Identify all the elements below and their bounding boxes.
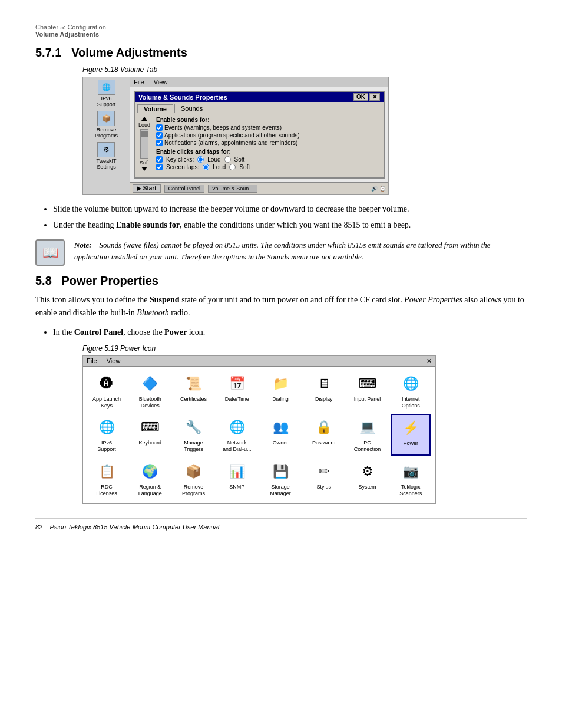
checkbox-notif-input[interactable] [156, 140, 163, 146]
power-item-bluetooth-devices[interactable]: 🔷Bluetooth Devices [130, 370, 170, 412]
menu-file[interactable]: File [134, 78, 144, 85]
vol-options: Enable sounds for: Events (warnings, bee… [156, 117, 300, 172]
vol-dialog: Volume & Sounds Properties OK ✕ Volume S… [134, 91, 385, 179]
label-password: Password [312, 440, 336, 446]
vol-label-soft: Soft [140, 160, 149, 166]
power-item-input-panel[interactable]: ⌨Input Panel [348, 370, 388, 412]
power-item-date-time[interactable]: 📅Date/Time [217, 370, 257, 412]
chapter-line2: Volume Adjustments [35, 31, 527, 38]
power-item-system[interactable]: ⚙System [348, 458, 388, 500]
key-soft-radio[interactable] [224, 156, 231, 163]
label-power: Power [403, 440, 418, 447]
screen-taps-checkbox[interactable] [156, 164, 163, 170]
sidebar-item-tweakit[interactable]: ⚙ TweakITSettings [96, 142, 116, 170]
screen-taps-label: Screen taps: [166, 164, 199, 170]
key-loud-radio[interactable] [197, 156, 204, 163]
vol-taskbar: ▶ Start Control Panel Volume & Soun... 🔊… [130, 182, 388, 194]
power-menubar: File View ✕ [83, 356, 435, 367]
power-item-rdc-licenses[interactable]: 📋RDC Licenses [87, 458, 127, 500]
power-item-teklogix-scanners[interactable]: 📷Teklogix Scanners [391, 458, 431, 500]
power-item-internet-options[interactable]: 🌐Internet Options [391, 370, 431, 412]
power-item-region-language[interactable]: 🌍Region & Language [130, 458, 170, 500]
vol-slider[interactable]: Loud Soft [138, 117, 150, 171]
footer-text: Psion Teklogix 8515 Vehicle-Mount Comput… [49, 523, 219, 531]
page-footer: 82 Psion Teklogix 8515 Vehicle-Mount Com… [35, 518, 527, 531]
power-item-app-launch-keys[interactable]: 🅐App Launch Keys [87, 370, 127, 412]
power-item-stylus[interactable]: ✏Stylus [304, 458, 344, 500]
key-clicks-checkbox[interactable] [156, 156, 163, 163]
power-item-pc-connection[interactable]: 💻PC Connection [348, 414, 388, 456]
figure-519-screenshot: File View ✕ 🅐App Launch Keys🔷Bluetooth D… [82, 355, 436, 504]
icon-pc-connection: 💻 [357, 417, 378, 438]
checkbox-events-input[interactable] [156, 124, 163, 131]
taskbar-control-panel[interactable]: Control Panel [164, 185, 205, 193]
power-item-certificates[interactable]: 📜Certificates [174, 370, 214, 412]
icon-system: ⚙ [357, 461, 378, 482]
tap-soft-radio[interactable] [229, 164, 236, 170]
power-item-dialing[interactable]: 📁Dialing [260, 370, 300, 412]
menu-file[interactable]: File [87, 357, 97, 364]
enable-sounds-label: Enable sounds for: [156, 117, 300, 123]
key-clicks-label: Key clicks: [166, 156, 194, 163]
tab-sounds[interactable]: Sounds [174, 104, 209, 113]
power-item-ipv6-support[interactable]: 🌐IPv6 Support [87, 414, 127, 456]
vol-label-loud: Loud [138, 122, 150, 128]
key-soft-label: Soft [234, 156, 245, 163]
vol-slider-up[interactable] [141, 117, 147, 121]
icon-power: ⚡ [400, 417, 421, 439]
power-item-owner[interactable]: 👥Owner [260, 414, 300, 456]
power-item-storage-manager[interactable]: 💾Storage Manager [260, 458, 300, 500]
menu-view[interactable]: View [107, 357, 121, 364]
power-close-button[interactable]: ✕ [427, 357, 432, 365]
checkbox-apps[interactable]: Applications (program specific and all o… [156, 132, 300, 139]
start-button[interactable]: ▶ Start [133, 184, 161, 193]
vol-close-button[interactable]: ✕ [369, 93, 380, 101]
taskbar-volume[interactable]: Volume & Soun... [208, 185, 257, 193]
icon-bluetooth-devices: 🔷 [140, 373, 161, 394]
icon-date-time: 📅 [226, 373, 247, 394]
label-rdc-licenses: RDC Licenses [96, 484, 117, 497]
label-region-language: Region & Language [138, 484, 162, 497]
power-item-password[interactable]: 🔒Password [304, 414, 344, 456]
tap-loud-radio[interactable] [203, 164, 209, 170]
icon-password: 🔒 [313, 417, 335, 438]
label-bluetooth-devices: Bluetooth Devices [139, 396, 161, 409]
sidebar-item-ipv6[interactable]: 🌐 IPv6Support [97, 80, 116, 107]
power-item-keyboard[interactable]: ⌨Keyboard [130, 414, 170, 456]
icon-owner: 👥 [270, 417, 291, 438]
power-item-snmp[interactable]: 📊SNMP [217, 458, 257, 500]
label-display: Display [315, 396, 333, 403]
power-item-network-and-dial-u-[interactable]: 🌐Network and Dial-u... [217, 414, 257, 456]
icon-network-and-dial-u-: 🌐 [226, 417, 247, 438]
checkbox-events[interactable]: Events (warnings, beeps and system event… [156, 124, 300, 131]
power-item-display[interactable]: 🖥Display [304, 370, 344, 412]
power-item-power[interactable]: ⚡Power [391, 414, 431, 456]
tab-volume[interactable]: Volume [137, 104, 173, 113]
sidebar-item-remove[interactable]: 📦 RemovePrograms [95, 111, 118, 139]
icon-remove-programs: 📦 [183, 461, 204, 482]
icon-internet-options: 🌐 [400, 373, 421, 394]
key-loud-label: Loud [207, 156, 220, 163]
tweakit-icon: ⚙ [97, 142, 115, 157]
label-ipv6-support: IPv6 Support [97, 440, 116, 453]
vol-main-area: File View Volume & Sounds Properties OK … [130, 77, 388, 194]
vol-slider-down[interactable] [141, 167, 147, 171]
power-item-remove-programs[interactable]: 📦Remove Programs [174, 458, 214, 500]
checkbox-apps-input[interactable] [156, 132, 163, 139]
menu-view[interactable]: View [154, 78, 168, 85]
vol-dialog-body: Loud Soft Enable sounds for: Events (war… [135, 113, 384, 175]
vol-slider-track [140, 129, 148, 159]
note-label: Note: [74, 241, 92, 249]
icon-stylus: ✏ [313, 461, 335, 482]
bullet-2: Under the heading Enable sounds for, ena… [53, 219, 527, 231]
vol-dialog-buttons: OK ✕ [353, 93, 380, 101]
enable-clicks-label: Enable clicks and taps for: [156, 149, 300, 155]
note-icon: 📖 [35, 239, 65, 266]
vol-ok-button[interactable]: OK [353, 93, 368, 101]
section-571-heading: 5.7.1 Volume Adjustments [35, 46, 527, 60]
label-system: System [358, 484, 376, 490]
power-item-manage-triggers[interactable]: 🔧Manage Triggers [174, 414, 214, 456]
vol-slider-thumb [141, 131, 148, 137]
label-network-and-dial-u-: Network and Dial-u... [223, 440, 252, 453]
checkbox-notif[interactable]: Notifications (alarms, appointments and … [156, 140, 300, 146]
